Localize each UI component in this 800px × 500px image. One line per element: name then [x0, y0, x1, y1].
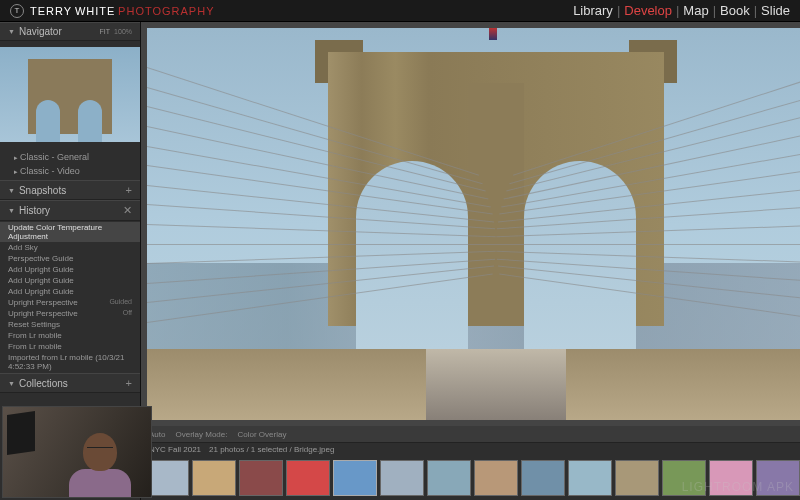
history-step[interactable]: Upright PerspectiveOff [0, 308, 140, 319]
module-picker: Library|Develop|Map|Book|Slide [573, 3, 790, 18]
snapshots-header[interactable]: ▼ Snapshots + [0, 180, 140, 200]
history-step[interactable]: Update Color Temperature Adjustment [0, 222, 140, 242]
snapshots-title: Snapshots [19, 185, 66, 196]
webcam-overlay [2, 406, 152, 498]
filmstrip-thumb[interactable] [474, 460, 518, 496]
filmstrip-thumb[interactable] [568, 460, 612, 496]
module-book[interactable]: Book [720, 3, 750, 18]
toolbar-overlay-label: Overlay Mode: [175, 430, 227, 439]
collections-header[interactable]: ▼ Collections + [0, 373, 140, 393]
brand-word-1: TERRY [30, 5, 72, 17]
selection-count: 21 photos / 1 selected / Bridge.jpeg [209, 445, 334, 454]
history-step[interactable]: Reset Settings [0, 319, 140, 330]
chevron-down-icon: ▼ [8, 28, 15, 35]
toolbar-overlay-mode[interactable]: Color Overlay [238, 430, 287, 439]
watermark: LIGHTROOM APK [682, 480, 794, 494]
history-step[interactable]: Upright PerspectiveGuided [0, 297, 140, 308]
folder-name[interactable]: NYC Fall 2021 [149, 445, 201, 454]
brand: T TERRY WHITE PHOTOGRAPHY [10, 4, 214, 18]
clear-history-icon[interactable]: ✕ [123, 204, 132, 217]
filmstrip-thumb[interactable] [239, 460, 283, 496]
filmstrip-thumb[interactable] [615, 460, 659, 496]
history-step[interactable]: From Lr mobile [0, 341, 140, 352]
chevron-down-icon: ▼ [8, 380, 15, 387]
navigator-fit[interactable]: FIT [100, 28, 111, 35]
navigator-title: Navigator [19, 26, 62, 37]
preset-list: Classic - GeneralClassic - Video [0, 148, 140, 180]
filmstrip-thumb[interactable] [521, 460, 565, 496]
module-library[interactable]: Library [573, 3, 613, 18]
history-step[interactable]: Imported from Lr mobile (10/3/21 4:52:33… [0, 352, 140, 372]
module-slide[interactable]: Slide [761, 3, 790, 18]
brand-word-2: WHITE [75, 5, 115, 17]
navigator-thumbnail[interactable] [0, 47, 140, 142]
history-step[interactable]: Add Upright Guide [0, 264, 140, 275]
filmstrip-thumb[interactable] [380, 460, 424, 496]
history-step[interactable]: Add Upright Guide [0, 275, 140, 286]
navigator-header[interactable]: ▼ Navigator FIT 100% [0, 22, 140, 41]
module-map[interactable]: Map [683, 3, 708, 18]
add-snapshot-icon[interactable]: + [126, 184, 132, 196]
module-develop[interactable]: Develop [624, 3, 672, 18]
history-step[interactable]: From Lr mobile [0, 330, 140, 341]
chevron-down-icon: ▼ [8, 187, 15, 194]
top-bar: T TERRY WHITE PHOTOGRAPHY Library|Develo… [0, 0, 800, 22]
brand-logo-icon: T [10, 4, 24, 18]
center-area: Auto Overlay Mode: Color Overlay Done NY… [141, 22, 800, 500]
navigator-ratio[interactable]: 100% [114, 28, 132, 35]
chevron-down-icon: ▼ [8, 207, 15, 214]
collections-title: Collections [19, 378, 68, 389]
history-list: Update Color Temperature AdjustmentAdd S… [0, 221, 140, 373]
develop-toolbar: Auto Overlay Mode: Color Overlay Done [141, 426, 800, 442]
history-step[interactable]: Add Upright Guide [0, 286, 140, 297]
photo-canvas[interactable] [147, 28, 800, 420]
brand-word-3: PHOTOGRAPHY [118, 5, 214, 17]
add-collection-icon[interactable]: + [126, 377, 132, 389]
filmstrip-thumb[interactable] [192, 460, 236, 496]
filmstrip-infobar: NYC Fall 2021 21 photos / 1 selected / B… [141, 442, 800, 456]
history-title: History [19, 205, 50, 216]
preset-item[interactable]: Classic - General [0, 150, 140, 164]
filmstrip-thumb[interactable] [286, 460, 330, 496]
filmstrip-thumb[interactable] [427, 460, 471, 496]
history-step[interactable]: Perspective Guide [0, 253, 140, 264]
preset-item[interactable]: Classic - Video [0, 164, 140, 178]
history-header[interactable]: ▼ History ✕ [0, 200, 140, 221]
filmstrip-thumb[interactable] [333, 460, 377, 496]
history-step[interactable]: Add Sky [0, 242, 140, 253]
